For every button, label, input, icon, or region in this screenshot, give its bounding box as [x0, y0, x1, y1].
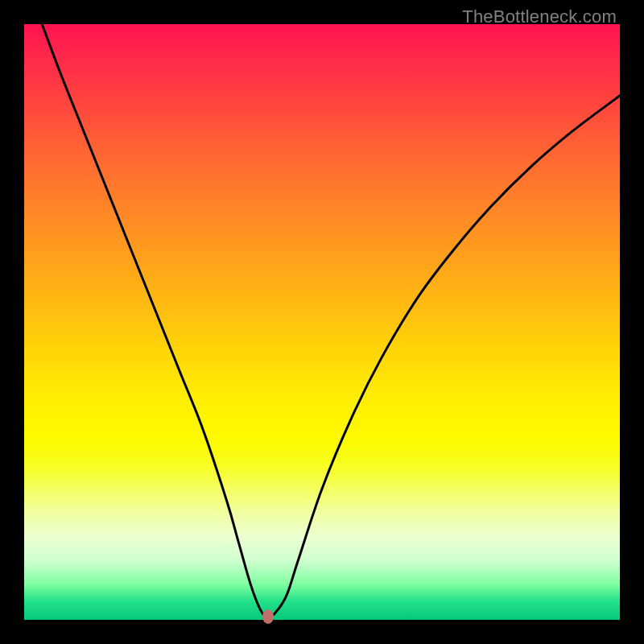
- optimal-point-marker: [262, 609, 274, 624]
- bottleneck-curve: [24, 24, 620, 620]
- watermark-text: TheBottleneck.com: [462, 6, 617, 27]
- chart-plot-area: [24, 24, 620, 620]
